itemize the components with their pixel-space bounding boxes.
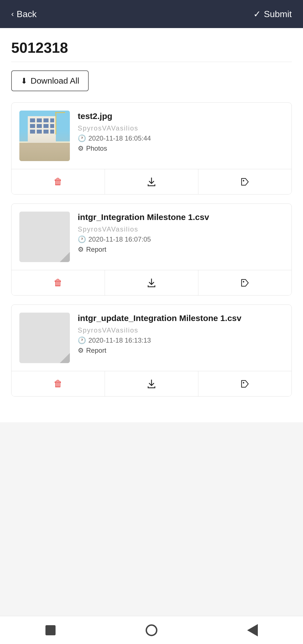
clock-icon-1: 🕐 — [78, 134, 86, 142]
file-name-3: intgr_update_Integration Milestone 1.csv — [78, 313, 284, 324]
stop-icon — [45, 625, 56, 635]
gear-icon-1: ⚙ — [78, 145, 84, 152]
file-date-2: 🕐 2020-11-18 16:07:05 — [78, 235, 284, 243]
svg-rect-6 — [30, 124, 35, 128]
tag-icon-3 — [240, 379, 250, 389]
delete-button-3[interactable]: 🗑 — [12, 371, 105, 396]
file-actions-1: 🗑 — [12, 169, 291, 194]
checkmark-icon: ✓ — [253, 9, 261, 19]
delete-button-1[interactable]: 🗑 — [12, 169, 105, 194]
tag-icon-1 — [240, 177, 250, 187]
file-thumbnail-2 — [19, 212, 70, 262]
file-info-3: intgr_update_Integration Milestone 1.csv… — [78, 313, 284, 354]
gear-icon-2: ⚙ — [78, 246, 84, 253]
file-name-2: intgr_Integration Milestone 1.csv — [78, 212, 284, 223]
download-button-1[interactable] — [105, 169, 198, 194]
svg-rect-14 — [19, 143, 70, 161]
nav-back-button[interactable] — [241, 619, 264, 641]
clock-icon-2: 🕐 — [78, 235, 86, 243]
file-actions-2: 🗑 — [12, 270, 291, 295]
home-icon — [146, 624, 157, 636]
chevron-left-icon: ‹ — [11, 10, 14, 19]
file-info-1: test2.jpg SpyrosVAVasilios 🕐 2020-11-18 … — [78, 111, 284, 152]
file-info-2: intgr_Integration Milestone 1.csv Spyros… — [78, 212, 284, 253]
file-card-2: intgr_Integration Milestone 1.csv Spyros… — [11, 203, 292, 295]
svg-rect-3 — [37, 118, 42, 122]
tag-icon-2 — [240, 278, 250, 288]
svg-rect-11 — [37, 130, 42, 134]
svg-rect-13 — [50, 130, 54, 134]
bottom-nav — [0, 616, 303, 644]
svg-rect-16 — [55, 112, 65, 113]
file-name-1: test2.jpg — [78, 111, 284, 122]
file-list: test2.jpg SpyrosVAVasilios 🕐 2020-11-18 … — [11, 102, 292, 397]
download-all-icon: ⬇ — [21, 76, 27, 86]
back-label: Back — [17, 9, 36, 19]
page-content: 5012318 ⬇ Download All — [0, 28, 303, 422]
trash-icon-3: 🗑 — [54, 379, 63, 389]
file-thumbnail-1 — [19, 111, 70, 161]
submit-label: Submit — [264, 9, 292, 19]
svg-point-17 — [243, 180, 244, 181]
svg-rect-5 — [50, 118, 54, 122]
page-title: 5012318 — [11, 39, 292, 62]
svg-rect-7 — [37, 124, 42, 128]
delete-button-2[interactable]: 🗑 — [12, 270, 105, 295]
file-date-1: 🕐 2020-11-18 16:05:44 — [78, 134, 284, 142]
gear-icon-3: ⚙ — [78, 347, 84, 354]
file-card-3: intgr_update_Integration Milestone 1.csv… — [11, 304, 292, 397]
clock-icon-3: 🕐 — [78, 336, 86, 344]
svg-rect-12 — [43, 130, 49, 134]
svg-point-18 — [243, 281, 244, 282]
svg-rect-2 — [30, 118, 35, 122]
submit-button[interactable]: ✓ Submit — [253, 9, 292, 19]
svg-rect-15 — [55, 112, 56, 134]
home-button[interactable] — [140, 619, 163, 641]
file-category-2: ⚙ Report — [78, 246, 284, 253]
svg-rect-10 — [30, 130, 35, 134]
file-actions-3: 🗑 — [12, 371, 291, 396]
file-author-3: SpyrosVAVasilios — [78, 326, 284, 334]
tag-button-2[interactable] — [198, 270, 291, 295]
file-author-2: SpyrosVAVasilios — [78, 225, 284, 233]
file-date-3: 🕐 2020-11-18 16:13:13 — [78, 336, 284, 344]
download-icon-1 — [146, 177, 157, 187]
file-card-1: test2.jpg SpyrosVAVasilios 🕐 2020-11-18 … — [11, 102, 292, 194]
svg-rect-8 — [43, 124, 49, 128]
svg-rect-4 — [43, 118, 49, 122]
download-button-2[interactable] — [105, 270, 198, 295]
stop-button[interactable] — [39, 619, 62, 641]
download-all-label: Download All — [31, 76, 79, 86]
download-icon-3 — [146, 379, 157, 389]
back-icon — [247, 624, 258, 636]
file-category-1: ⚙ Photos — [78, 145, 284, 152]
file-author-1: SpyrosVAVasilios — [78, 124, 284, 132]
download-icon-2 — [146, 278, 157, 288]
svg-point-19 — [243, 382, 244, 383]
tag-button-1[interactable] — [198, 169, 291, 194]
back-button[interactable]: ‹ Back — [11, 9, 36, 19]
download-all-button[interactable]: ⬇ Download All — [11, 70, 89, 91]
file-category-3: ⚙ Report — [78, 347, 284, 354]
file-thumbnail-3 — [19, 313, 70, 363]
trash-icon-1: 🗑 — [54, 177, 63, 187]
tag-button-3[interactable] — [198, 371, 291, 396]
download-button-3[interactable] — [105, 371, 198, 396]
svg-rect-9 — [50, 124, 54, 128]
header: ‹ Back ✓ Submit — [0, 0, 303, 28]
trash-icon-2: 🗑 — [54, 278, 63, 288]
